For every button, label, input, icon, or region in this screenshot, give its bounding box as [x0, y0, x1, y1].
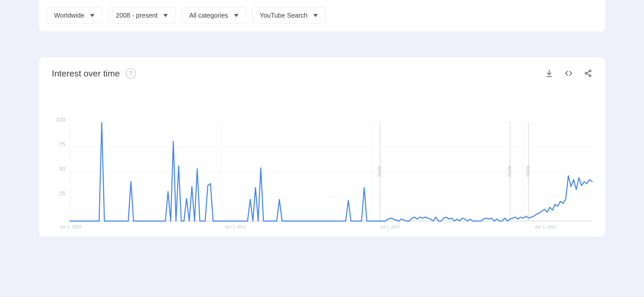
filter-search-type[interactable]: YouTube Search: [252, 7, 325, 24]
filters-row: Worldwide 2008 - present All categories …: [47, 7, 597, 24]
plot: NoteNoteNote Jan 1, 2008Oct 1, 2012Jul 1…: [70, 123, 592, 221]
chevron-down-icon: [313, 14, 318, 17]
filter-region-label: Worldwide: [54, 12, 84, 19]
note-label: Note: [506, 166, 512, 177]
chart-card: Interest over time ? 100755025 NoteNoteN…: [39, 57, 605, 237]
chart-title: Interest over time: [52, 68, 120, 79]
filter-category-label: All categories: [189, 12, 228, 19]
chevron-down-icon: [163, 14, 168, 17]
x-tick-label: Jul 1, 2017: [380, 225, 400, 229]
filter-region[interactable]: Worldwide: [47, 7, 102, 24]
filter-time-label: 2008 - present: [116, 12, 158, 19]
note-label: Note: [376, 166, 382, 177]
download-icon[interactable]: [545, 69, 553, 77]
filter-search-type-label: YouTube Search: [260, 12, 307, 19]
filters-card: Worldwide 2008 - present All categories …: [39, 0, 605, 31]
chevron-down-icon: [90, 14, 95, 17]
embed-icon[interactable]: [564, 69, 573, 77]
y-axis: 100755025: [52, 123, 70, 221]
filter-category[interactable]: All categories: [182, 7, 246, 24]
filter-time[interactable]: 2008 - present: [108, 7, 175, 24]
x-tick-label: Apr 1, 2022: [535, 225, 556, 229]
help-icon[interactable]: ?: [126, 68, 136, 79]
plot-area: 100755025 NoteNoteNote Jan 1, 2008Oct 1,…: [52, 123, 592, 221]
note-label: Note: [525, 166, 531, 177]
x-tick-label: Oct 1, 2012: [225, 225, 246, 229]
x-tick-label: Jan 1, 2008: [60, 225, 81, 229]
share-icon[interactable]: [584, 69, 592, 77]
chart-header: Interest over time ?: [52, 68, 592, 79]
chevron-down-icon: [234, 14, 239, 17]
chart-actions: [545, 69, 592, 77]
